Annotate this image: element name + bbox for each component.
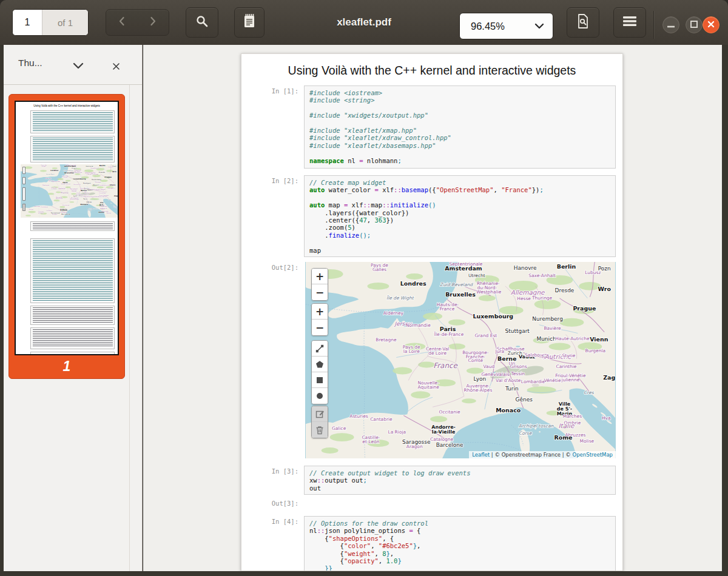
- pdf-page: Using Voilà with the C++ kernel and inte…: [241, 53, 623, 571]
- window-frame-right: [722, 45, 728, 576]
- close-icon: [707, 19, 715, 30]
- menu-button[interactable]: [613, 7, 646, 38]
- page-thumbnail[interactable]: Using Voilà with the C++ kernel and inte…: [8, 94, 125, 379]
- code-line: {"opacity", 1.0}: [309, 557, 610, 564]
- code-line: out: [309, 484, 610, 492]
- hamburger-icon: [623, 16, 636, 29]
- document-tools-icon: [576, 13, 590, 32]
- map-canvas[interactable]: [305, 262, 616, 458]
- draw-rectangle-button[interactable]: [312, 372, 328, 388]
- code-line: namespace nl = nlohmann;: [309, 157, 610, 164]
- code-line: [309, 239, 610, 246]
- notebook-title: Using Voilà with the C++ kernel and inte…: [241, 64, 622, 78]
- close-icon: [112, 62, 120, 70]
- cell-prompt: In [1]:: [260, 87, 298, 95]
- code-line: [309, 194, 610, 201]
- window-frame-bottom: [0, 571, 728, 576]
- zoom-in-button[interactable]: +: [312, 269, 328, 284]
- rectangle-icon: [316, 377, 323, 384]
- code-line: [309, 149, 610, 156]
- document-properties-button[interactable]: [567, 7, 599, 38]
- zoom-out-button[interactable]: −: [312, 320, 328, 335]
- draw-circle-button[interactable]: [312, 388, 328, 404]
- minimize-button[interactable]: [662, 16, 679, 33]
- code-line: map: [309, 247, 610, 254]
- titlebar-separator: [653, 11, 654, 39]
- search-button[interactable]: [186, 7, 218, 38]
- leaflet-link[interactable]: Leaflet: [472, 452, 490, 458]
- code-line: auto map = xlf::map::initialize(): [309, 201, 610, 209]
- cell-prompt: In [3]:: [260, 467, 298, 475]
- code-line: #include "xleaflet/xmap.hpp": [309, 127, 610, 134]
- map-draw-toolbar: [311, 340, 328, 404]
- code-line: #include <string>: [309, 96, 610, 104]
- window-title: xleaflet.pdf: [273, 0, 455, 45]
- code-line: }}: [309, 564, 610, 571]
- thumbnail-page-number: 1: [9, 358, 124, 375]
- code-line: [309, 119, 610, 127]
- code-line: #include "xleaflet/xbasemaps.hpp": [309, 142, 610, 149]
- maximize-button[interactable]: [686, 16, 703, 33]
- map-edit-toolbar: [311, 406, 328, 438]
- thumbnail-title-text: Using Voilà with the C++ kernel and inte…: [18, 104, 115, 107]
- sidebar-close-button[interactable]: [108, 58, 124, 74]
- code-line: {"color", "#6bc2e5"},: [309, 542, 610, 549]
- previous-page-button[interactable]: [106, 10, 138, 35]
- leaflet-map[interactable]: + − + −: [305, 262, 616, 458]
- openstreetmap-link[interactable]: OpenStreetMap: [573, 452, 613, 458]
- code-line: auto water_color = xlf::basemap({"OpenSt…: [309, 186, 610, 193]
- close-button[interactable]: [703, 16, 720, 33]
- cell-prompt: Out[3]:: [260, 500, 298, 507]
- thumbnail-map-preview: [21, 164, 118, 218]
- code-cell: // Create output widget to log draw even…: [304, 466, 616, 495]
- code-line: .finalize();: [309, 232, 610, 239]
- code-cell: // Options for the draw controlnl::json …: [304, 516, 616, 571]
- code-line: xw::output out;: [309, 477, 610, 484]
- sidebar-header: Thu...: [4, 45, 142, 85]
- code-line: nl::json polyline_options = {: [309, 527, 610, 534]
- chevron-left-icon: [117, 16, 127, 29]
- delete-layers-button[interactable]: [312, 422, 328, 438]
- code-line: .zoom(5): [309, 224, 610, 231]
- page-number-input[interactable]: 1: [13, 10, 42, 35]
- zoom-level-value: 96.45%: [471, 21, 534, 32]
- circle-icon: [316, 392, 323, 400]
- edit-layers-button[interactable]: [312, 406, 328, 422]
- chevron-right-icon: [148, 16, 158, 29]
- code-line: // Options for the draw control: [309, 520, 610, 527]
- notepad-icon: [242, 13, 257, 32]
- code-line: .center({47, 363}): [309, 216, 610, 224]
- document-view-area[interactable]: Using Voilà with the C++ kernel and inte…: [143, 45, 722, 571]
- page-number-widget[interactable]: 1 of 1: [12, 9, 89, 36]
- window-titlebar: 1 of 1 xleaflet.pdf 96.45%: [0, 0, 728, 45]
- page-total-label: of 1: [42, 10, 88, 35]
- notes-button[interactable]: [234, 7, 265, 38]
- map-attribution: Leaflet | © Openstreetmap France | © Ope…: [469, 451, 616, 458]
- cell-prompt: Out[2]:: [260, 264, 298, 271]
- cell-prompt: In [4]:: [260, 518, 298, 525]
- chevron-down-icon: [534, 21, 544, 32]
- code-line: [309, 104, 610, 112]
- code-line: #include "xleaflet/xdraw_control.hpp": [309, 134, 610, 141]
- code-line: // Create map widget: [309, 179, 610, 186]
- draw-polygon-button[interactable]: [312, 357, 328, 372]
- trash-icon: [315, 426, 324, 435]
- sidebar-mode-chevron-down-icon[interactable]: [73, 61, 84, 72]
- code-cell: // Create map widgetauto water_color = x…: [304, 175, 616, 257]
- sidebar-mode-label[interactable]: Thu...: [18, 58, 42, 69]
- next-page-button[interactable]: [138, 10, 169, 35]
- attribution-text: | © Openstreetmap France | ©: [490, 452, 572, 458]
- sidebar-scrollbar-gutter[interactable]: [129, 85, 130, 571]
- draw-polyline-button[interactable]: [312, 341, 328, 357]
- sidebar: Thu... Using Voilà with the C++ kernel a…: [4, 45, 143, 571]
- page-navigation-group: [106, 9, 169, 36]
- map-zoom-control-1: + −: [311, 268, 328, 301]
- polygon-icon: [315, 360, 324, 369]
- zoom-in-button[interactable]: +: [312, 304, 328, 320]
- zoom-out-button[interactable]: −: [312, 284, 328, 300]
- zoom-level-dropdown[interactable]: 96.45%: [459, 13, 553, 39]
- map-zoom-control-2: + −: [311, 303, 328, 336]
- code-line: .layers({water_color}): [309, 209, 610, 216]
- cell-prompt: In [2]:: [260, 177, 298, 184]
- maximize-icon: [690, 19, 698, 30]
